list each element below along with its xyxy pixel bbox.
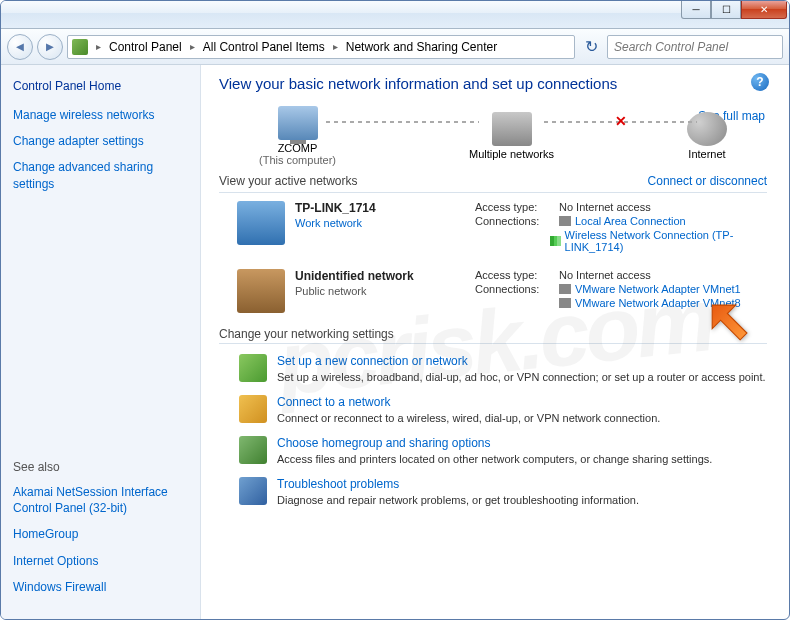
help-icon[interactable]: ?: [751, 73, 769, 91]
wifi-signal-icon: [550, 236, 561, 246]
access-type-value: No Internet access: [559, 201, 651, 213]
homegroup-icon: [239, 436, 267, 464]
bench-icon: [237, 269, 285, 313]
navbar: ◄ ► ▸ Control Panel ▸ All Control Panel …: [1, 29, 789, 65]
network-type-label: Public network: [295, 285, 475, 297]
forward-button[interactable]: ►: [37, 34, 63, 60]
connections-label: Connections:: [475, 283, 559, 295]
task-title: Troubleshoot problems: [277, 477, 767, 491]
setup-connection-icon: [239, 354, 267, 382]
diagram-node2-label: Multiple networks: [469, 148, 554, 160]
disconnected-icon: ✕: [615, 113, 627, 129]
breadcrumb-leaf[interactable]: Network and Sharing Center: [342, 36, 501, 58]
titlebar: ─ ☐ ✕: [1, 1, 789, 29]
change-settings-label: Change your networking settings: [219, 327, 767, 341]
network-tp-link: TP-LINK_1714 Work network Access type: N…: [219, 201, 767, 255]
window-buttons: ─ ☐ ✕: [681, 1, 787, 19]
breadcrumb-mid[interactable]: All Control Panel Items: [199, 36, 329, 58]
connection-vmnet1-link[interactable]: VMware Network Adapter VMnet1: [559, 283, 741, 295]
maximize-button[interactable]: ☐: [711, 1, 741, 19]
network-name: TP-LINK_1714: [295, 201, 475, 215]
task-title: Choose homegroup and sharing options: [277, 436, 767, 450]
close-button[interactable]: ✕: [741, 1, 787, 19]
lan-icon: [559, 216, 571, 226]
page-title: View your basic network information and …: [219, 75, 767, 92]
diagram-multiple-networks[interactable]: Multiple networks: [469, 112, 554, 160]
sidebar-link-advanced[interactable]: Change advanced sharing settings: [13, 159, 188, 191]
diagram-connector: [326, 121, 479, 123]
chevron-right-icon: ▸: [329, 41, 342, 52]
access-type-value: No Internet access: [559, 269, 651, 281]
body: Control Panel Home Manage wireless netwo…: [1, 65, 789, 619]
network-type-link[interactable]: Work network: [295, 217, 475, 229]
content: pcrisk.com ? View your basic network inf…: [201, 65, 789, 619]
connect-network-icon: [239, 395, 267, 423]
task-homegroup[interactable]: Choose homegroup and sharing options Acc…: [239, 436, 767, 467]
access-type-label: Access type:: [475, 201, 559, 213]
see-also-label: See also: [13, 460, 188, 474]
connections-label: Connections:: [475, 215, 559, 227]
lan-icon: [559, 284, 571, 294]
task-title: Set up a new connection or network: [277, 354, 767, 368]
diagram-node1-sub: (This computer): [259, 154, 336, 166]
see-also-firewall[interactable]: Windows Firewall: [13, 579, 188, 595]
connect-disconnect-link[interactable]: Connect or disconnect: [648, 174, 767, 188]
chevron-right-icon: ▸: [186, 41, 199, 52]
server-icon: [237, 201, 285, 245]
network-name: Unidentified network: [295, 269, 475, 283]
network-icon: [492, 112, 532, 146]
window: ─ ☐ ✕ ◄ ► ▸ Control Panel ▸ All Control …: [0, 0, 790, 620]
task-desc: Set up a wireless, broadband, dial-up, a…: [277, 370, 767, 385]
troubleshoot-icon: [239, 477, 267, 505]
task-troubleshoot[interactable]: Troubleshoot problems Diagnose and repai…: [239, 477, 767, 508]
divider: [219, 343, 767, 344]
diagram-this-computer[interactable]: ZCOMP (This computer): [259, 106, 336, 166]
diagram-connector: ✕: [544, 121, 697, 123]
active-networks-label: View your active networks: [219, 174, 358, 188]
task-desc: Access files and printers located on oth…: [277, 452, 767, 467]
see-also-internet-options[interactable]: Internet Options: [13, 553, 188, 569]
diagram-node3-label: Internet: [688, 148, 725, 160]
network-diagram: ZCOMP (This computer) Multiple networks …: [259, 106, 727, 166]
task-desc: Diagnose and repair network problems, or…: [277, 493, 767, 508]
network-unidentified: Unidentified network Public network Acce…: [219, 269, 767, 313]
connection-vmnet8-link[interactable]: VMware Network Adapter VMnet8: [559, 297, 741, 309]
control-panel-icon: [72, 39, 88, 55]
divider: [219, 192, 767, 193]
refresh-button[interactable]: ↻: [579, 37, 603, 56]
connection-wireless-link[interactable]: Wireless Network Connection (TP-LINK_171…: [550, 229, 767, 253]
computer-icon: [278, 106, 318, 140]
search-input[interactable]: Search Control Panel: [607, 35, 783, 59]
see-also-homegroup[interactable]: HomeGroup: [13, 526, 188, 542]
sidebar-home[interactable]: Control Panel Home: [13, 79, 188, 93]
breadcrumb[interactable]: ▸ Control Panel ▸ All Control Panel Item…: [67, 35, 575, 59]
lan-icon: [559, 298, 571, 308]
globe-icon: [687, 112, 727, 146]
task-connect-network[interactable]: Connect to a network Connect or reconnec…: [239, 395, 767, 426]
task-desc: Connect or reconnect to a wireless, wire…: [277, 411, 767, 426]
access-type-label: Access type:: [475, 269, 559, 281]
sidebar-link-adapter[interactable]: Change adapter settings: [13, 133, 188, 149]
see-also-akamai[interactable]: Akamai NetSession Interface Control Pane…: [13, 484, 188, 516]
task-title: Connect to a network: [277, 395, 767, 409]
connection-lan-link[interactable]: Local Area Connection: [559, 215, 686, 227]
minimize-button[interactable]: ─: [681, 1, 711, 19]
sidebar-link-wireless[interactable]: Manage wireless networks: [13, 107, 188, 123]
search-placeholder: Search Control Panel: [614, 40, 728, 54]
breadcrumb-root[interactable]: Control Panel: [105, 36, 186, 58]
chevron-right-icon: ▸: [92, 41, 105, 52]
back-button[interactable]: ◄: [7, 34, 33, 60]
task-setup-connection[interactable]: Set up a new connection or network Set u…: [239, 354, 767, 385]
sidebar: Control Panel Home Manage wireless netwo…: [1, 65, 201, 619]
diagram-internet[interactable]: Internet: [687, 112, 727, 160]
